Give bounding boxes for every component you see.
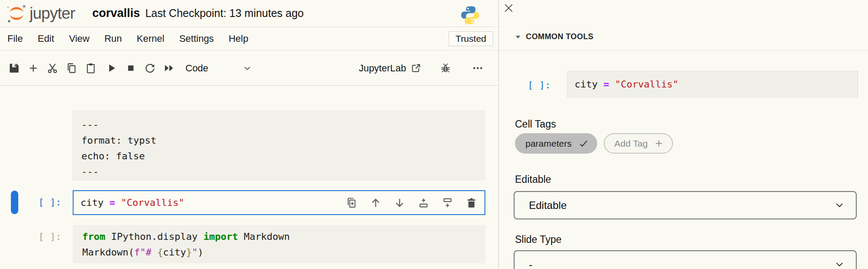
code-line: format: typst	[81, 133, 476, 148]
code-line: from IPython.display import Markdown	[82, 229, 476, 245]
active-cell-preview: city = "Corvallis"	[567, 71, 858, 98]
paste-cells-button[interactable]	[81, 59, 100, 78]
raw-cell[interactable]: --- format: typst echo: false ---	[72, 110, 485, 181]
restart-icon	[144, 62, 156, 74]
restart-kernel-button[interactable]	[140, 59, 159, 78]
menu-run[interactable]: Run	[97, 30, 129, 47]
code-line: city = "Corvallis"	[74, 197, 184, 208]
move-up-icon[interactable]	[370, 197, 382, 209]
panel-divider	[498, 0, 499, 269]
open-in-jupyterlab-link[interactable]: JupyterLab	[359, 63, 421, 74]
cut-icon	[47, 62, 58, 74]
close-icon	[503, 3, 514, 13]
run-icon	[106, 62, 118, 74]
cell-type-value: Code	[185, 63, 209, 74]
plus-icon	[27, 62, 39, 74]
tag-label: parameters	[525, 138, 572, 149]
trusted-button[interactable]: Trusted	[449, 31, 493, 46]
cell-type-dropdown[interactable]: Code	[185, 63, 252, 74]
chevron-down-icon	[834, 200, 844, 210]
close-panel-button[interactable]	[501, 1, 515, 15]
selected-code-cell[interactable]: city = "Corvallis"	[73, 190, 485, 215]
stop-icon	[125, 62, 137, 74]
section-title: COMMON TOOLS	[526, 32, 593, 41]
menu-view[interactable]: View	[61, 30, 97, 47]
paste-icon	[85, 62, 97, 74]
plus-icon	[654, 139, 663, 148]
raw-cell-source: --- format: typst echo: false ---	[72, 110, 485, 187]
slide-type-label: Slide Type	[515, 234, 562, 245]
insert-below-icon[interactable]	[441, 197, 454, 209]
code-line: Markdown(f"# {city}")	[82, 245, 476, 260]
menu-file[interactable]: File	[0, 30, 30, 47]
chevron-down-icon	[242, 64, 252, 73]
more-commands-button[interactable]	[468, 59, 487, 78]
interrupt-kernel-button[interactable]	[121, 59, 140, 78]
preview-code: city = "Corvallis"	[575, 79, 678, 90]
jupyter-logo-text: jupyter	[30, 4, 75, 23]
editable-value: Editable	[529, 199, 567, 212]
add-tag-button[interactable]: Add Tag	[604, 133, 673, 154]
menu-edit[interactable]: Edit	[30, 30, 61, 47]
code-line: ---	[81, 117, 476, 133]
menu-settings[interactable]: Settings	[172, 30, 222, 47]
add-tag-label: Add Tag	[614, 138, 648, 149]
menu-help[interactable]: Help	[221, 30, 256, 47]
insert-above-icon[interactable]	[417, 197, 430, 209]
python-logo-icon	[460, 5, 481, 26]
cell-tags-label: Cell Tags	[515, 118, 556, 130]
tag-parameters[interactable]: parameters	[515, 133, 597, 154]
jupyter-app: jupyter corvallis Last Checkpoint: 13 mi…	[0, 0, 868, 269]
code-line: echo: false	[81, 148, 476, 164]
execution-prompt: [ ]:	[38, 231, 61, 242]
notebook-header: jupyter corvallis Last Checkpoint: 13 mi…	[0, 0, 498, 27]
insert-cell-button[interactable]	[24, 59, 43, 78]
bug-icon	[440, 62, 451, 74]
execution-prompt: [ ]:	[38, 197, 61, 208]
external-link-icon	[410, 63, 421, 74]
menu-bar: File Edit View Run Kernel Settings Help …	[0, 27, 498, 50]
cell-toolbar	[346, 191, 478, 214]
check-icon	[579, 138, 589, 148]
ellipsis-icon	[472, 62, 484, 74]
slide-type-value: -	[529, 259, 532, 269]
save-button[interactable]	[4, 59, 24, 78]
editable-label: Editable	[515, 174, 551, 185]
run-cell-button[interactable]	[102, 59, 121, 78]
section-separator	[499, 50, 868, 51]
delete-cell-icon[interactable]	[465, 197, 478, 209]
jupyterlab-label: JupyterLab	[359, 63, 406, 74]
cell-tags-row: parameters Add Tag	[515, 133, 673, 154]
menu-kernel[interactable]: Kernel	[129, 30, 172, 47]
cut-cells-button[interactable]	[43, 59, 62, 78]
caret-down-icon	[515, 34, 521, 40]
copy-icon	[66, 62, 77, 74]
chevron-down-icon	[834, 259, 844, 269]
code-cell-source: from IPython.display import Markdown Mar…	[73, 225, 485, 264]
debugger-button[interactable]	[436, 59, 455, 78]
code-line: ---	[81, 164, 476, 180]
jupyter-logo-icon	[6, 3, 27, 24]
slide-type-select[interactable]: -	[514, 250, 857, 269]
cell-collapser[interactable]	[11, 191, 18, 214]
code-cell[interactable]: from IPython.display import Markdown Mar…	[73, 225, 485, 263]
notebook-toolbar: Code JupyterLab	[0, 51, 498, 86]
editable-select[interactable]: Editable	[514, 191, 857, 219]
run-all-cells-button[interactable]	[159, 59, 178, 78]
save-icon	[8, 62, 20, 74]
fast-forward-icon	[163, 62, 175, 74]
move-down-icon[interactable]	[394, 197, 406, 209]
notebook-title[interactable]: corvallis	[92, 7, 140, 20]
duplicate-cell-icon[interactable]	[346, 197, 358, 209]
checkpoint-status: Last Checkpoint: 13 minutes ago	[145, 7, 304, 20]
preview-prompt: [ ]:	[528, 80, 551, 91]
copy-cells-button[interactable]	[62, 59, 81, 78]
common-tools-section-header[interactable]: COMMON TOOLS	[515, 32, 593, 41]
